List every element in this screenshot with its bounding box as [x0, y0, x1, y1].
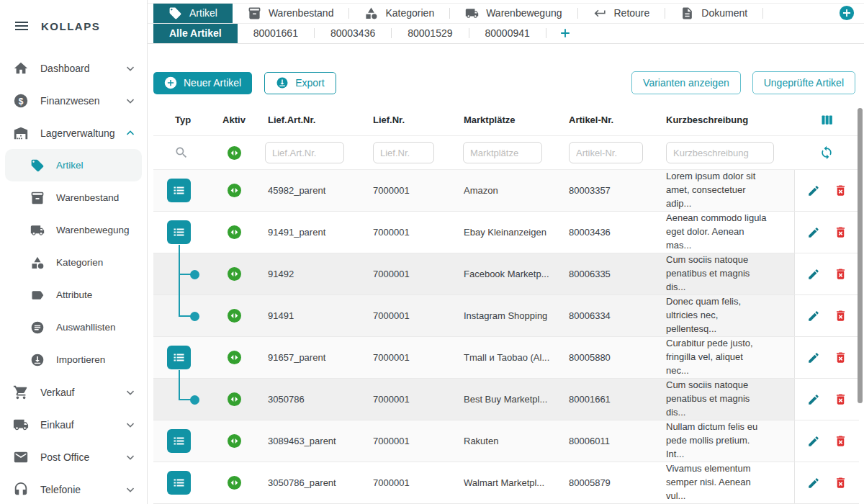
expand-children-button[interactable] — [167, 429, 191, 453]
articles-table: Typ Aktiv Lief.Art.Nr. Lief.Nr. Marktplä… — [153, 104, 859, 504]
column-header-lief-nr: Lief.Nr. — [360, 114, 454, 125]
subtab-label: 80000941 — [485, 27, 530, 39]
sidebar-item-importieren[interactable]: Importieren — [0, 343, 147, 376]
chevron-down-icon[interactable] — [124, 418, 137, 431]
sidebar-item-label: Attribute — [56, 289, 92, 300]
row-actions-cell — [794, 295, 859, 336]
edit-icon[interactable] — [807, 184, 820, 197]
delete-icon[interactable] — [834, 434, 847, 448]
tab-warenbestand[interactable]: Warenbestand — [233, 4, 349, 23]
row-actions-cell — [794, 462, 859, 503]
expand-children-button[interactable] — [167, 471, 191, 495]
lief-nr-cell: 7000001 — [360, 352, 454, 363]
tree-branch — [179, 274, 191, 275]
table-row: 91491_parent7000001Ebay Kleinanzeigen800… — [153, 212, 859, 253]
columns-icon[interactable] — [819, 112, 834, 127]
lief-nr-cell: 7000001 — [360, 185, 454, 196]
sidebar-item-finanzwesen[interactable]: $Finanzwesen — [0, 84, 147, 117]
subtab-divider — [546, 28, 546, 38]
search-icon[interactable] — [174, 145, 189, 160]
download-circle-icon — [276, 76, 289, 89]
chevron-down-icon[interactable] — [124, 451, 137, 464]
tab-retoure[interactable]: Retoure — [578, 4, 665, 23]
expand-children-button[interactable] — [167, 346, 191, 369]
active-filter-icon[interactable] — [228, 146, 241, 160]
filter-artikel-nr-input[interactable] — [569, 142, 643, 163]
menu-icon[interactable] — [13, 17, 30, 35]
tab-dokument[interactable]: Dokument — [665, 4, 762, 23]
tab-kategorien[interactable]: Kategorien — [349, 4, 449, 23]
sidebar-item-einkauf[interactable]: Einkauf — [0, 408, 147, 441]
refresh-icon[interactable] — [819, 145, 834, 160]
sidebar-item-lagerverwaltung[interactable]: Lagerverwaltung — [0, 117, 147, 149]
show-variants-button[interactable]: Varianten anzeigen — [631, 71, 741, 94]
tab-warenbewegung[interactable]: Warenbewegung — [450, 4, 577, 23]
cart-icon — [13, 384, 29, 400]
sidebar-item-post-office[interactable]: Post Office — [0, 441, 147, 473]
chevron-down-icon[interactable] — [124, 94, 137, 107]
subtab-80003436[interactable]: 80003436 — [315, 24, 391, 43]
new-article-button[interactable]: Neuer Artikel — [153, 72, 252, 94]
filter-lief-nr-input[interactable] — [373, 142, 434, 163]
sidebar-item-label: Warenbewegung — [56, 225, 130, 235]
delete-icon[interactable] — [834, 309, 847, 323]
chevron-down-icon[interactable] — [124, 483, 137, 496]
add-tab-button[interactable] — [839, 5, 855, 21]
chevron-up-icon[interactable] — [124, 127, 137, 140]
edit-icon[interactable] — [807, 351, 820, 364]
aktiv-cell — [209, 184, 259, 197]
edit-icon[interactable] — [807, 268, 820, 281]
delete-icon[interactable] — [834, 225, 847, 239]
artikel-nr-cell: 80003436 — [554, 227, 648, 238]
truck-icon — [465, 6, 479, 20]
filter-kurzbeschreibung-input[interactable] — [666, 142, 774, 163]
list-circle-icon — [30, 320, 45, 335]
download-circle-icon — [30, 353, 45, 367]
add-subtab-button[interactable] — [558, 26, 572, 40]
subtab-alle-artikel[interactable]: Alle Artikel — [153, 24, 238, 43]
sidebar-item-warenbestand[interactable]: Warenbestand — [0, 181, 147, 214]
tree-node-dot — [190, 395, 199, 405]
delete-icon[interactable] — [834, 351, 847, 364]
delete-icon[interactable] — [834, 392, 847, 406]
typ-cell — [153, 462, 209, 503]
sidebar-item-dashboard[interactable]: Dashboard — [0, 52, 147, 84]
table-scrollbar[interactable] — [858, 108, 863, 403]
delete-icon[interactable] — [834, 476, 847, 490]
subtab-80001529[interactable]: 80001529 — [392, 24, 468, 43]
sidebar-item-kategorien[interactable]: Kategorien — [0, 246, 147, 279]
expand-children-button[interactable] — [167, 179, 191, 202]
sidebar-item-attribute[interactable]: Attribute — [0, 279, 147, 311]
sidebar-item-warenbewegung[interactable]: Warenbewegung — [0, 214, 147, 246]
edit-icon[interactable] — [807, 226, 820, 239]
filter-marktplaetze-input[interactable] — [463, 142, 542, 163]
subtab-80001661[interactable]: 80001661 — [238, 24, 314, 43]
artikel-nr-cell: 80006011 — [554, 436, 648, 446]
edit-icon[interactable] — [807, 435, 820, 448]
app-window: KOLLAPS Dashboard$FinanzwesenLagerverwal… — [0, 0, 864, 504]
delete-icon[interactable] — [834, 184, 847, 197]
artikel-nr-cell: 80001661 — [554, 394, 648, 405]
sidebar-item-auswahllisten[interactable]: Auswahllisten — [0, 311, 147, 343]
lief-art-nr-cell: 3050786 — [259, 394, 360, 405]
chevron-down-icon[interactable] — [124, 386, 137, 399]
export-button[interactable]: Export — [264, 72, 336, 94]
active-status-icon — [228, 434, 241, 448]
sidebar-item-artikel[interactable]: Artikel — [5, 149, 142, 181]
delete-icon[interactable] — [834, 267, 847, 281]
table-body: 45982_parent7000001Amazon80003357Lorem i… — [153, 170, 859, 504]
edit-icon[interactable] — [807, 477, 820, 490]
column-header-kurzbeschreibung: Kurzbeschreibung — [648, 114, 794, 125]
chevron-down-icon[interactable] — [124, 62, 137, 75]
sidebar-item-verkauf[interactable]: Verkauf — [0, 376, 147, 408]
tab-artikel[interactable]: Artikel — [153, 4, 233, 23]
filter-lief-art-nr-input[interactable] — [265, 142, 344, 163]
expand-children-button[interactable] — [167, 220, 191, 244]
edit-icon[interactable] — [807, 393, 820, 406]
sidebar-item-telefonie[interactable]: Telefonie — [0, 473, 147, 504]
subtab-80000941[interactable]: 80000941 — [469, 24, 546, 43]
edit-icon[interactable] — [807, 310, 820, 323]
row-actions-cell — [794, 420, 859, 462]
unverified-articles-button[interactable]: Ungeprüfte Artikel — [752, 71, 855, 94]
sidebar-item-label: Post Office — [40, 451, 89, 463]
